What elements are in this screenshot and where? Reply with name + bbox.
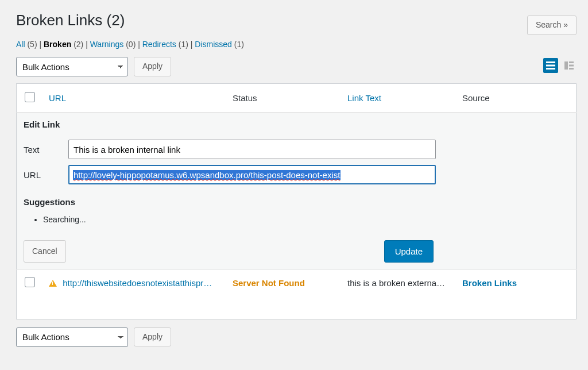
svg-rect-1	[546, 65, 555, 67]
col-url[interactable]: URL	[49, 93, 66, 103]
edit-link-heading: Edit Link	[24, 120, 569, 129]
filter-all-count: (5)	[27, 40, 37, 49]
edit-url-label: URL	[24, 170, 68, 180]
warning-icon	[49, 280, 57, 287]
suggestion-searching: Searching...	[43, 215, 569, 224]
svg-rect-5	[569, 65, 574, 67]
list-view-icon[interactable]	[543, 58, 558, 73]
svg-rect-2	[546, 68, 555, 70]
bulk-actions-select-bottom[interactable]: Bulk Actions	[16, 327, 128, 347]
update-button[interactable]: Update	[384, 240, 434, 263]
edit-url-value: http://lovely-hippopotamus.w6.wpsandbox.…	[73, 170, 341, 180]
svg-rect-4	[569, 61, 574, 63]
edit-link-row: Edit Link Text URL http://lovely-hippopo…	[17, 113, 577, 270]
col-linktext[interactable]: Link Text	[347, 93, 381, 103]
suggestions-heading: Suggestions	[24, 197, 569, 207]
row-linktext: this is a broken externa…	[341, 270, 455, 296]
search-button[interactable]: Search »	[527, 16, 577, 35]
filter-broken[interactable]: Broken	[44, 40, 71, 49]
filter-redirects[interactable]: Redirects	[142, 40, 176, 49]
filter-warnings[interactable]: Warnings	[90, 40, 124, 49]
row-source-link[interactable]: Broken Links	[462, 278, 517, 288]
row-status: Server Not Found	[233, 278, 305, 288]
svg-rect-3	[564, 61, 568, 70]
bulk-actions-select-top[interactable]: Bulk Actions	[16, 57, 128, 76]
filter-dismissed-count: (1)	[234, 40, 244, 49]
edit-text-label: Text	[24, 145, 68, 155]
row-url-link[interactable]: http://thiswebsitedoesnotexistatthispr…	[63, 278, 212, 288]
edit-text-input[interactable]	[68, 140, 436, 159]
links-table: URL Status Link Text Source Edit Link Te…	[16, 83, 577, 319]
row-checkbox[interactable]	[25, 277, 35, 287]
filter-bar: All (5) | Broken (2) | Warnings (0) | Re…	[16, 40, 577, 49]
filter-warnings-count: (0)	[126, 40, 136, 49]
filter-redirects-count: (1)	[179, 40, 188, 49]
filter-dismissed[interactable]: Dismissed	[195, 40, 232, 49]
edit-url-input[interactable]: http://lovely-hippopotamus.w6.wpsandbox.…	[68, 165, 436, 184]
svg-rect-6	[569, 68, 574, 70]
apply-button-bottom[interactable]: Apply	[134, 327, 171, 347]
page-title: Broken Links (2)	[16, 11, 577, 29]
col-source: Source	[455, 84, 577, 113]
svg-rect-0	[546, 61, 555, 63]
col-status: Status	[226, 84, 341, 113]
apply-button-top[interactable]: Apply	[134, 57, 171, 76]
table-row: http://thiswebsitedoesnotexistatthispr… …	[17, 270, 577, 296]
excerpt-view-icon[interactable]	[562, 58, 577, 73]
filter-all[interactable]: All	[16, 40, 25, 49]
filter-broken-count: (2)	[74, 40, 83, 49]
cancel-button[interactable]: Cancel	[24, 240, 66, 263]
select-all-checkbox[interactable]	[25, 92, 35, 102]
